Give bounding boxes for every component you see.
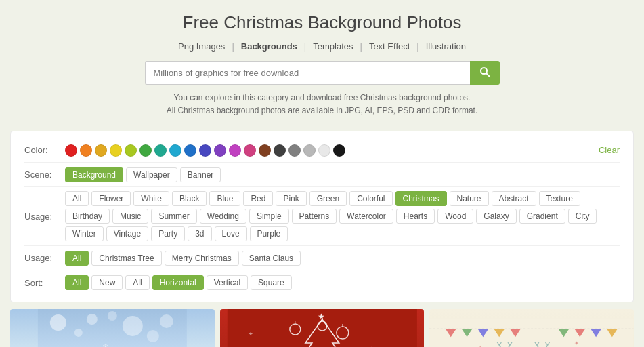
image-thumb-3[interactable]: ✦ ✦ pngtree.com (429, 309, 634, 347)
color-swatch-yellow-orange[interactable] (95, 144, 107, 157)
color-swatch-green[interactable] (139, 144, 152, 157)
image-svg-1: ❄ ❄ ❄ ❄ ❄ ❄ ❄ ❄ (10, 309, 215, 347)
svg-point-6 (160, 314, 173, 328)
usage1-btn-birthday[interactable]: Birthday (65, 209, 110, 224)
usage1-btn-texture[interactable]: Texture (539, 191, 580, 206)
usage1-btn-wood[interactable]: Wood (437, 209, 473, 224)
search-button[interactable] (470, 61, 500, 85)
usage1-btn-city[interactable]: City (568, 209, 597, 224)
svg-point-8 (108, 311, 117, 321)
usage1-btn-wedding[interactable]: Wedding (200, 209, 246, 224)
usage1-btn-love[interactable]: Love (215, 226, 247, 241)
color-swatch-magenta[interactable] (244, 144, 256, 157)
scene-label: Scene: (24, 169, 65, 180)
clear-link[interactable]: Clear (599, 145, 620, 155)
sort-filter-row: Sort: AllNewAllHorizontalVerticalSquare (24, 270, 620, 295)
usage1-btn-white[interactable]: White (133, 191, 169, 206)
scene-btn-background[interactable]: Background (65, 167, 123, 182)
nav-text-effect[interactable]: Text Effect (362, 41, 416, 52)
sort-btn-all[interactable]: All (65, 275, 89, 290)
image-svg-2: ★ ✦ ✦ ✦ ✦ (220, 309, 425, 347)
usage2-buttons: AllChristmas TreeMerry ChristmasSanta Cl… (65, 251, 620, 266)
subtitle-2: All Christmas background photos are avai… (7, 104, 637, 117)
svg-line-1 (486, 73, 490, 77)
usage1-btn-music[interactable]: Music (112, 209, 148, 224)
search-input[interactable] (145, 61, 470, 85)
filter-panel: Color: Clear Scene: BackgroundWallpaperB… (10, 131, 634, 302)
color-swatch-cyan[interactable] (169, 144, 181, 157)
subtitle-1: You can explore in this category and dow… (7, 91, 637, 104)
sort-btn-vertical[interactable]: Vertical (207, 275, 248, 290)
color-swatch-gray[interactable] (288, 144, 301, 157)
usage2-btn-santa-claus[interactable]: Santa Claus (242, 251, 301, 266)
usage2-btn-merry-christmas[interactable]: Merry Christmas (165, 251, 239, 266)
color-swatch-indigo[interactable] (199, 144, 211, 157)
usage1-btn-pink[interactable]: Pink (276, 191, 306, 206)
color-swatch-violet[interactable] (214, 144, 226, 157)
usage1-btn-purple[interactable]: Purple (250, 226, 288, 241)
usage1-btn-colorful[interactable]: Colorful (349, 191, 392, 206)
svg-point-3 (50, 314, 66, 331)
svg-point-7 (74, 329, 83, 337)
nav-backgrounds[interactable]: Backgrounds (234, 41, 304, 52)
usage1-btn-simple[interactable]: Simple (249, 209, 289, 224)
usage1-btn-hearts[interactable]: Hearts (396, 209, 435, 224)
svg-text:✦: ✦ (575, 340, 580, 346)
usage2-btn-all[interactable]: All (65, 251, 89, 266)
header: Free Christmas Background Photos Png Ima… (0, 0, 644, 124)
usage1-btn-vintage[interactable]: Vintage (106, 226, 148, 241)
svg-text:✦: ✦ (478, 344, 484, 347)
color-swatch-blue[interactable] (184, 144, 196, 157)
usage1-btn-nature[interactable]: Nature (450, 191, 489, 206)
usage1-btn-winter[interactable]: Winter (65, 226, 104, 241)
color-swatch-purple[interactable] (229, 144, 241, 157)
usage1-btn-green[interactable]: Green (309, 191, 347, 206)
sort-btn-all[interactable]: All (125, 275, 149, 290)
color-swatch-orange[interactable] (80, 144, 92, 157)
nav-templates[interactable]: Templates (306, 41, 360, 52)
usage1-filter-row: Usage: AllFlowerWhiteBlackBlueRedPinkGre… (24, 187, 620, 246)
usage1-btn-all[interactable]: All (65, 191, 89, 206)
usage1-btn-summer[interactable]: Summer (151, 209, 196, 224)
usage1-btn-gradient[interactable]: Gradient (519, 209, 565, 224)
nav-png-images[interactable]: Png Images (171, 41, 232, 52)
nav: Png Images | Backgrounds | Templates | T… (7, 41, 637, 52)
color-filter-row: Color: Clear (24, 138, 620, 163)
search-bar (7, 61, 637, 85)
usage1-btn-galaxy[interactable]: Galaxy (476, 209, 516, 224)
svg-point-0 (481, 68, 487, 74)
color-swatch-brown[interactable] (259, 144, 271, 157)
usage1-btn-patterns[interactable]: Patterns (292, 209, 337, 224)
usage1-btn-party[interactable]: Party (151, 226, 185, 241)
color-swatch-yellow-green[interactable] (125, 144, 137, 157)
usage1-btn-watercolor[interactable]: Watercolor (339, 209, 393, 224)
image-thumb-2[interactable]: ★ ✦ ✦ ✦ ✦ pngtree.com (220, 309, 425, 347)
color-swatch-red[interactable] (65, 144, 77, 157)
usage1-btn-3d[interactable]: 3d (188, 226, 211, 241)
color-swatch-dark-gray[interactable] (274, 144, 286, 157)
color-swatch-black[interactable] (333, 144, 345, 157)
scene-btn-wallpaper[interactable]: Wallpaper (126, 167, 177, 182)
color-swatches (65, 144, 595, 157)
scene-buttons: BackgroundWallpaperBanner (65, 167, 620, 182)
usage1-btn-black[interactable]: Black (172, 191, 207, 206)
color-swatch-light-gray[interactable] (303, 144, 316, 157)
usage1-btn-blue[interactable]: Blue (209, 191, 240, 206)
sort-btn-square[interactable]: Square (251, 275, 292, 290)
nav-illustration[interactable]: Illustration (419, 41, 473, 52)
color-swatch-yellow[interactable] (110, 144, 122, 157)
scene-btn-banner[interactable]: Banner (180, 167, 221, 182)
color-swatch-teal[interactable] (154, 144, 167, 157)
usage2-btn-christmas-tree[interactable]: Christmas Tree (91, 251, 161, 266)
usage1-btn-flower[interactable]: Flower (91, 191, 131, 206)
usage1-btn-christmas[interactable]: Christmas (395, 191, 447, 206)
usage1-buttons: AllFlowerWhiteBlackBlueRedPinkGreenColor… (65, 191, 620, 241)
sort-btn-horizontal[interactable]: Horizontal (152, 275, 204, 290)
usage1-btn-abstract[interactable]: Abstract (492, 191, 536, 206)
svg-point-4 (87, 314, 98, 325)
image-thumb-1[interactable]: ❄ ❄ ❄ ❄ ❄ ❄ ❄ ❄ pngtree.com (10, 309, 215, 347)
sort-btn-new[interactable]: New (91, 275, 123, 290)
svg-text:✦: ✦ (248, 330, 253, 338)
usage1-btn-red[interactable]: Red (243, 191, 273, 206)
color-swatch-white[interactable] (318, 144, 330, 157)
